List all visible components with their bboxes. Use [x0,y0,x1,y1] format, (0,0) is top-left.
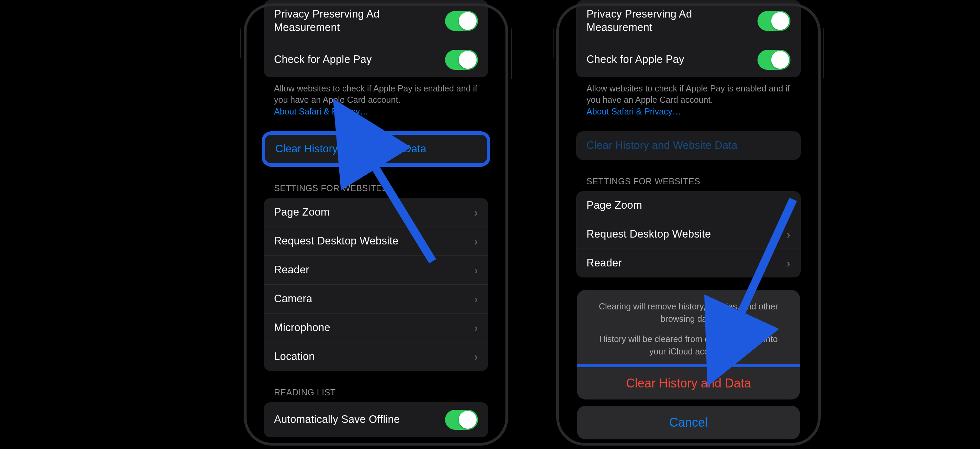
action-sheet-block: Clearing will remove history, cookies, a… [577,290,800,399]
privacy-group: Privacy Preserving Ad Measurement Check … [264,0,488,77]
chevron-right-icon: › [474,206,478,219]
power-button [511,27,512,79]
screen-left: Privacy Preserving Ad Measurement Check … [253,0,499,445]
settings-for-websites-header: SETTINGS FOR WEBSITES [274,183,478,193]
chevron-right-icon: › [474,321,478,334]
privacy-ad-row[interactable]: Privacy Preserving Ad Measurement [264,0,488,42]
apple-pay-row[interactable]: Check for Apple Pay [264,42,488,77]
cancel-button[interactable]: Cancel [577,406,800,439]
camera-row[interactable]: Camera › [264,284,488,313]
apple-pay-footer: Allow websites to check if Apple Pay is … [274,83,478,118]
auto-save-offline-row[interactable]: Automatically Save Offline [264,402,488,437]
privacy-ad-label: Privacy Preserving Ad Measurement [274,8,445,34]
microphone-row[interactable]: Microphone › [264,313,488,342]
chevron-right-icon: › [474,350,478,363]
page-zoom-row[interactable]: Page Zoom › [264,198,488,227]
volume-button [553,27,554,58]
toggle-on-icon[interactable] [445,50,478,70]
about-safari-privacy-link[interactable]: About Safari & Privacy… [274,107,368,116]
highlight-ring: Clear History and Website Data [262,131,490,167]
highlight-ring: Clear History and Data [577,364,800,399]
reading-list-header: READING LIST [274,387,478,398]
volume-button [240,27,241,58]
action-sheet-message: Clearing will remove history, cookies, a… [577,290,800,367]
clear-history-and-data-button[interactable]: Clear History and Data [577,376,800,391]
phone-left: Privacy Preserving Ad Measurement Check … [240,0,512,449]
reading-list-group: Automatically Save Offline [264,402,488,437]
request-desktop-row[interactable]: Request Desktop Website › [264,227,488,256]
apple-pay-label: Check for Apple Pay [274,53,445,66]
toggle-on-icon[interactable] [445,11,478,31]
toggle-on-icon[interactable] [445,410,478,430]
clear-history-button[interactable]: Clear History and Website Data [265,135,487,163]
power-button [823,27,824,79]
chevron-right-icon: › [474,292,478,306]
tutorial-image: Privacy Preserving Ad Measurement Check … [0,0,980,449]
clear-history-label: Clear History and Website Data [275,142,477,156]
chevron-right-icon: › [474,235,478,248]
phone-right: Privacy Preserving Ad Measurement Check … [553,0,824,449]
screen-right: Privacy Preserving Ad Measurement Check … [566,0,811,445]
settings-for-websites-group: Page Zoom › Request Desktop Website › Re… [264,198,488,371]
reader-row[interactable]: Reader › [264,256,488,284]
auto-save-footer: Automatically save all Reading List item… [274,443,478,445]
action-sheet: Clearing will remove history, cookies, a… [577,290,800,439]
chevron-right-icon: › [474,264,478,277]
location-row[interactable]: Location › [264,342,488,371]
